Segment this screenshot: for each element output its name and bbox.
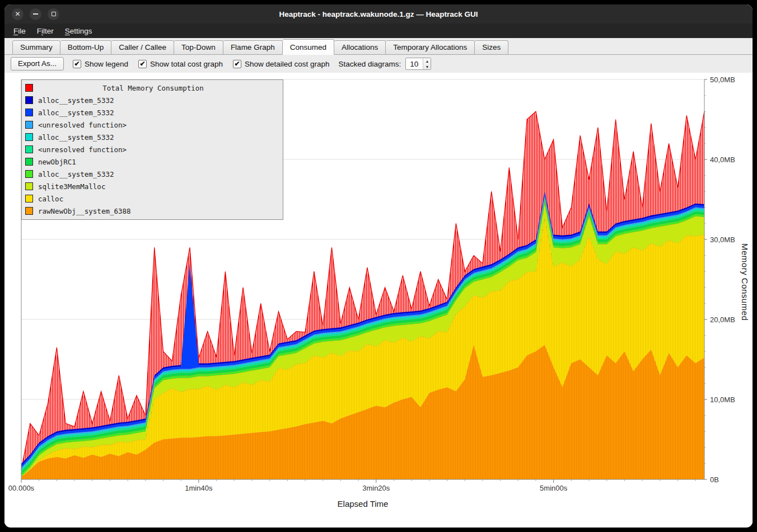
window-title: Heaptrack - heaptrack.wakunode.1.gz — He… [279, 10, 478, 18]
legend-label: <unresolved function> [38, 121, 127, 129]
x-tick-label: 00.000s [8, 484, 35, 492]
show-detailed-cost-graph-checkbox[interactable]: ✔Show detailed cost graph [233, 60, 330, 68]
x-tick-label: 5min00s [540, 484, 568, 492]
x-tick-label: 1min40s [185, 484, 213, 492]
legend-swatch [25, 182, 33, 190]
checkbox-label: Show legend [85, 60, 128, 68]
checkbox-label: Show detailed cost graph [245, 60, 330, 68]
legend-item: calloc [22, 192, 283, 205]
checkbox-group: ✔Show legend✔Show total cost graph✔Show … [73, 60, 330, 68]
legend-swatch [25, 170, 33, 178]
legend-label: alloc__system_5332 [38, 133, 114, 142]
legend-label: calloc [38, 195, 63, 203]
tab-sizes[interactable]: Sizes [475, 40, 508, 55]
heaptrack-window: ✕ Heaptrack - heaptrack.wakunode.1.gz — … [4, 4, 753, 528]
legend-label: Total Memory Consumption [38, 84, 279, 92]
window-controls: ✕ [12, 4, 59, 23]
legend-swatch [25, 133, 33, 141]
menu-bar: FileFilterSettings [4, 23, 753, 38]
legend-swatch [25, 158, 33, 166]
y-tick-label: 30,0MB [710, 236, 735, 244]
tab-summary[interactable]: Summary [12, 40, 60, 55]
legend-item: rawNewObj__system_6388 [22, 205, 283, 217]
export-as-button[interactable]: Export As... [11, 57, 64, 70]
legend-label: alloc__system_5332 [38, 109, 114, 117]
legend-swatch [25, 207, 33, 215]
legend-title-row: Total Memory Consumption [22, 82, 283, 94]
spin-down-button[interactable]: ▼ [423, 64, 431, 69]
stacked-series [21, 191, 704, 479]
tab-consumed[interactable]: Consumed [283, 39, 334, 55]
legend-swatch [25, 84, 33, 92]
titlebar[interactable]: ✕ Heaptrack - heaptrack.wakunode.1.gz — … [4, 4, 753, 23]
legend-item: alloc__system_5332 [22, 106, 283, 119]
tab-bar: SummaryBottom-UpCaller / CalleeTop-DownF… [4, 38, 753, 55]
legend-item: <unresolved function> [22, 119, 283, 131]
y-tick-label: 40,0MB [710, 156, 735, 164]
checkbox-box: ✔ [138, 60, 147, 68]
tab-bottom-up[interactable]: Bottom-Up [60, 40, 112, 55]
tab-flame-graph[interactable]: Flame Graph [223, 40, 283, 55]
tab-allocations[interactable]: Allocations [334, 40, 386, 55]
y-tick-label: 20,0MB [710, 316, 735, 324]
minimize-button[interactable] [30, 8, 41, 20]
checkbox-box: ✔ [73, 60, 81, 68]
menu-file[interactable]: File [8, 25, 31, 37]
check-icon: ✔ [234, 60, 240, 67]
legend-swatch [25, 145, 33, 153]
check-icon: ✔ [74, 60, 80, 67]
chart-area: 00.000s1min40s3min20s5min00s0B10,0MB20,0… [4, 73, 753, 526]
close-button[interactable]: ✕ [12, 8, 24, 20]
tab-temporary-allocations[interactable]: Temporary Allocations [386, 40, 475, 55]
maximize-button[interactable] [48, 8, 59, 20]
close-icon: ✕ [15, 11, 20, 17]
y-tick-label: 50,0MB [710, 76, 735, 84]
legend-item: sqlite3MemMalloc [22, 180, 283, 192]
menu-settings[interactable]: Settings [59, 25, 98, 37]
legend-label: rawNewObj__system_6388 [38, 207, 131, 215]
show-total-cost-graph-checkbox[interactable]: ✔Show total cost graph [138, 60, 223, 68]
toolbar: Export As... ✔Show legend✔Show total cos… [4, 55, 753, 73]
legend-item: alloc__system_5332 [22, 168, 283, 180]
y-tick-label: 10,0MB [710, 396, 735, 404]
legend-label: alloc__system_5332 [38, 170, 114, 178]
stacked-diagrams-label: Stacked diagrams: [339, 60, 401, 68]
tab-caller-callee[interactable]: Caller / Callee [111, 40, 174, 55]
legend-label: sqlite3MemMalloc [38, 182, 105, 191]
y-tick-label: 0B [710, 475, 719, 484]
tab-top-down[interactable]: Top-Down [174, 40, 223, 55]
legend-item: newObjRC1 [22, 156, 283, 168]
show-legend-checkbox[interactable]: ✔Show legend [73, 60, 128, 68]
legend-swatch [25, 195, 33, 203]
spin-up-button[interactable]: ▲ [423, 58, 431, 64]
legend-swatch [25, 109, 33, 116]
x-axis-title: Elapsed Time [21, 499, 704, 509]
spinner-arrows: ▲▼ [423, 58, 431, 69]
legend-item: alloc__system_5332 [22, 94, 283, 106]
y-axis-title: Memory Consumed [740, 243, 750, 321]
legend-item: alloc__system_5332 [22, 131, 283, 143]
maximize-icon [52, 12, 56, 16]
legend-label: newObjRC1 [38, 158, 76, 166]
legend-label: alloc__system_5332 [38, 96, 114, 105]
x-tick-label: 3min20s [362, 484, 390, 492]
legend-swatch [25, 96, 33, 104]
check-icon: ✔ [140, 60, 146, 67]
stacked-diagrams-value: 10 [406, 58, 423, 69]
minimize-icon [33, 13, 38, 15]
chart-legend: Total Memory Consumptionalloc__system_53… [21, 79, 283, 220]
stacked-diagrams-group: Stacked diagrams: 10 ▲▼ [339, 58, 432, 70]
legend-item: <unresolved function> [22, 143, 283, 156]
legend-label: <unresolved function> [38, 145, 127, 154]
checkbox-label: Show total cost graph [150, 60, 223, 68]
legend-swatch [25, 121, 33, 129]
menu-filter[interactable]: Filter [31, 25, 59, 37]
stacked-diagrams-spinbox[interactable]: 10 ▲▼ [405, 58, 431, 70]
checkbox-box: ✔ [233, 60, 241, 68]
